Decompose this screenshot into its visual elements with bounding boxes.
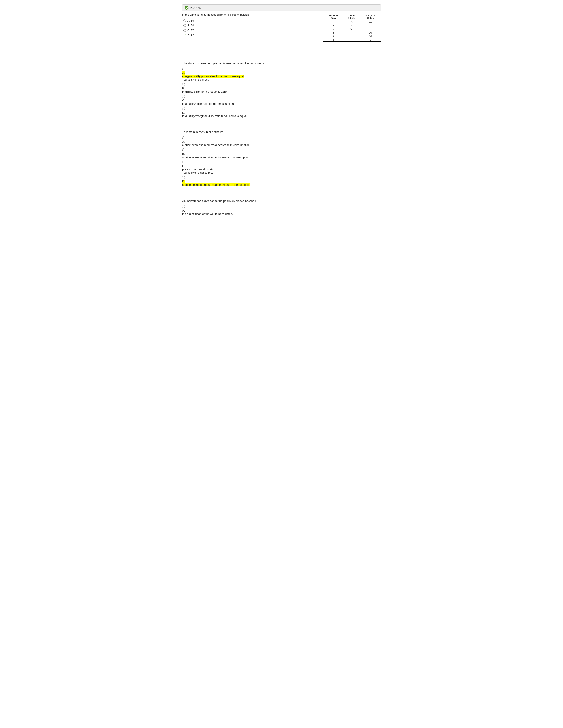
q2-radio-btn-a[interactable] bbox=[182, 68, 185, 70]
q2-text-c: total utility/price ratio for all items … bbox=[182, 102, 235, 105]
spacer1 bbox=[182, 48, 381, 62]
cell: 5 bbox=[324, 38, 344, 42]
q3-radio-before-c bbox=[182, 160, 381, 163]
q1-option-d[interactable]: ✓ D. 80 bbox=[182, 33, 319, 38]
q1-option-d-label: D. 80 bbox=[187, 34, 194, 37]
q2-label-c: C. bbox=[182, 99, 185, 102]
q1-radio-a[interactable] bbox=[183, 19, 186, 22]
q4-option-a[interactable]: A. the substitution effect would be viol… bbox=[182, 209, 381, 216]
q3-text-d: a price decrease requires an increase in… bbox=[182, 183, 250, 186]
check-icon bbox=[184, 6, 188, 10]
q1-table-container: Slices of Pizza Total Utility Marginal U… bbox=[324, 13, 381, 42]
cell: 0 bbox=[324, 20, 344, 24]
q2-radio-btn-c[interactable] bbox=[182, 95, 185, 98]
cell: — bbox=[360, 20, 381, 24]
q2-radio-before-b bbox=[182, 83, 381, 86]
page-container: 29.1-145 In the table at right, the tota… bbox=[182, 4, 381, 216]
q3-label-a: A. bbox=[182, 140, 185, 143]
q3-option-d[interactable]: D. a price decrease requires an increase… bbox=[182, 180, 381, 186]
q1-option-a-label: A. 50 bbox=[187, 19, 194, 22]
q2-prompt: The state of consumer optimum is reached… bbox=[182, 62, 381, 65]
col-marginal: Marginal Utility bbox=[360, 13, 381, 20]
q1-check-d: ✓ bbox=[183, 34, 186, 37]
q3-radio-btn-c[interactable] bbox=[182, 161, 185, 163]
q2-feedback-a: Your answer is correct. bbox=[182, 78, 209, 81]
q2-option-b[interactable]: B. marginal utility for a product is zer… bbox=[182, 87, 381, 93]
question-id: 29.1-145 bbox=[190, 6, 201, 9]
q1-option-a[interactable]: A. 50 bbox=[182, 19, 319, 23]
cell bbox=[344, 38, 360, 42]
q2-radio-before-a bbox=[182, 67, 381, 70]
q4-prompt: An indifference curve cannot be positive… bbox=[182, 199, 381, 203]
col-slices: Slices of Pizza bbox=[324, 13, 344, 20]
table-row: 5 0 bbox=[324, 38, 381, 42]
cell: 1 bbox=[324, 24, 344, 27]
q1-radio-b[interactable] bbox=[183, 24, 186, 27]
q2-radio-btn-d[interactable] bbox=[182, 107, 185, 110]
table-row: 2 50 bbox=[324, 27, 381, 31]
q2-option-a[interactable]: A. marginal utility/price ratios for all… bbox=[182, 71, 381, 81]
q1-option-c-label: C. 70 bbox=[187, 29, 194, 32]
cell: 2 bbox=[324, 27, 344, 31]
q3-option-c[interactable]: C. prices must remain static. Your answe… bbox=[182, 164, 381, 174]
q3-text-a: a price decrease requires a decrease in … bbox=[182, 143, 250, 147]
pizza-table: Slices of Pizza Total Utility Marginal U… bbox=[324, 13, 381, 42]
q1-option-b[interactable]: B. 20 bbox=[182, 23, 319, 28]
cell bbox=[360, 27, 381, 31]
q3-label-b: B. bbox=[182, 152, 185, 156]
q3-radio-btn-a[interactable] bbox=[182, 136, 185, 139]
q2-text-a: marginal utility/price ratios for all it… bbox=[182, 75, 244, 78]
cell: 20 bbox=[344, 24, 360, 27]
q3-radio-before-a bbox=[182, 136, 381, 139]
q3-label-d: D. bbox=[182, 180, 185, 183]
q2-option-d[interactable]: D. total utility/marginal utility ratio … bbox=[182, 111, 381, 118]
cell bbox=[344, 34, 360, 38]
q1-options: A. 50 B. 20 C. 70 ✓ D. 80 bbox=[182, 19, 319, 38]
q2-label-a: A. bbox=[182, 71, 185, 75]
table-row: 4 10 bbox=[324, 34, 381, 38]
q3-section: To remain in consumer optimum A. a price… bbox=[182, 130, 381, 186]
q2-text-b: marginal utility for a product is zero. bbox=[182, 90, 227, 93]
table-row: 1 20 bbox=[324, 24, 381, 27]
q3-radio-btn-b[interactable] bbox=[182, 148, 185, 151]
q2-label-b: B. bbox=[182, 87, 185, 90]
q4-radio-btn-a[interactable] bbox=[182, 205, 185, 208]
q3-text-b: a price increase requires an increase in… bbox=[182, 156, 250, 159]
q2-text-d: total utility/marginal utility ratio for… bbox=[182, 114, 247, 118]
q2-radio-before-c bbox=[182, 95, 381, 98]
q4-text-a: the substitution effect would be violate… bbox=[182, 212, 233, 216]
spacer2 bbox=[182, 124, 381, 130]
cell: 10 bbox=[360, 34, 381, 38]
svg-point-0 bbox=[185, 6, 188, 10]
cell: 0 bbox=[360, 38, 381, 42]
cell: 0 bbox=[344, 20, 360, 24]
q2-radio-before-d bbox=[182, 107, 381, 110]
q1-option-b-label: B. 20 bbox=[187, 24, 194, 27]
q3-option-a[interactable]: A. a price decrease requires a decrease … bbox=[182, 140, 381, 147]
spacer3 bbox=[182, 193, 381, 199]
q3-radio-before-b bbox=[182, 148, 381, 151]
col-total: Total Utility bbox=[344, 13, 360, 20]
q1-radio-c[interactable] bbox=[183, 29, 186, 32]
q3-option-b[interactable]: B. a price increase requires an increase… bbox=[182, 152, 381, 159]
table-row: 0 0 — bbox=[324, 20, 381, 24]
cell: 50 bbox=[344, 27, 360, 31]
q3-radio-before-d bbox=[182, 176, 381, 179]
q3-prompt: To remain in consumer optimum bbox=[182, 130, 381, 134]
q2-radio-btn-b[interactable] bbox=[182, 83, 185, 86]
table-row: 3 20 bbox=[324, 31, 381, 34]
cell: 4 bbox=[324, 34, 344, 38]
q4-label-a: A. bbox=[182, 209, 185, 212]
cell: 3 bbox=[324, 31, 344, 34]
q3-feedback-c: Your answer is not correct. bbox=[182, 171, 213, 174]
q3-radio-btn-d[interactable] bbox=[182, 176, 185, 179]
q1-prompt: In the table at right, the total utility… bbox=[182, 13, 319, 16]
q1-option-c[interactable]: C. 70 bbox=[182, 28, 319, 33]
q2-option-c[interactable]: C. total utility/price ratio for all ite… bbox=[182, 99, 381, 105]
cell bbox=[344, 31, 360, 34]
q1-section: In the table at right, the total utility… bbox=[182, 13, 381, 42]
question-header: 29.1-145 bbox=[182, 4, 381, 11]
q4-section: An indifference curve cannot be positive… bbox=[182, 199, 381, 216]
q2-label-d: D. bbox=[182, 111, 185, 114]
q3-label-c: C. bbox=[182, 164, 185, 168]
